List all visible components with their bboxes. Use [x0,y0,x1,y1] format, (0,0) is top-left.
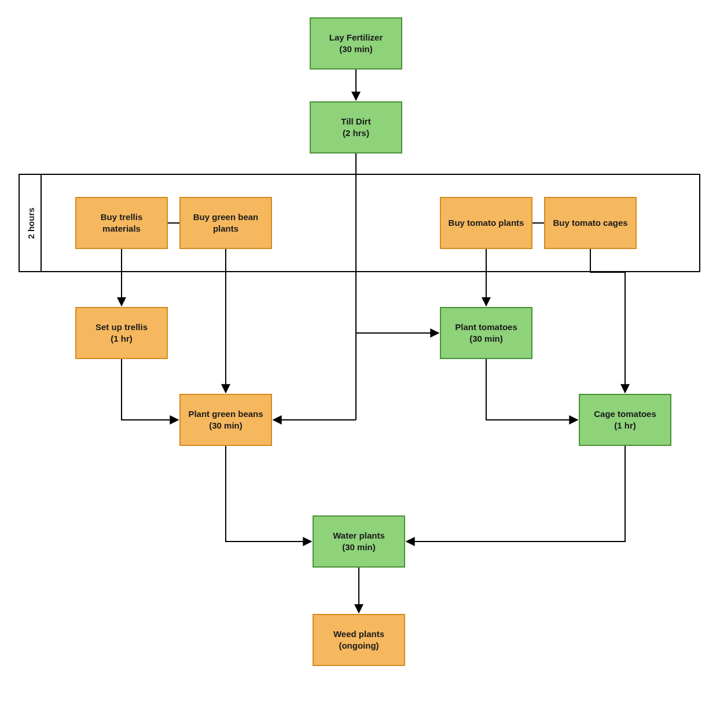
node-text: Lay Fertilizer (30 min) [329,32,383,56]
node-text: Till Dirt (2 hrs) [341,116,370,140]
node-lay-fertilizer: Lay Fertilizer (30 min) [310,17,402,69]
node-text: Weed plants (ongoing) [333,628,384,652]
node-cage-tomatoes: Cage tomatoes (1 hr) [579,394,671,446]
node-buy-tomato-plants: Buy tomato plants [440,197,532,249]
node-text: Plant tomatoes (30 min) [455,321,517,345]
node-buy-trellis: Buy trellis materials [75,197,168,249]
group-label-cell: 2 hours [19,174,42,272]
node-water-plants: Water plants (30 min) [313,515,405,568]
node-text: Water plants (30 min) [333,530,384,554]
group-label: 2 hours [26,207,36,239]
node-text: Buy tomato cages [553,217,627,229]
node-till-dirt: Till Dirt (2 hrs) [310,101,402,153]
node-text: Buy tomato plants [449,217,524,229]
node-buy-green-beans: Buy green bean plants [179,197,272,249]
node-text: Cage tomatoes (1 hr) [594,408,656,432]
node-text: Plant green beans (30 min) [188,408,263,432]
edge-plant-tomatoes-to-cage [486,359,578,420]
node-text: Buy trellis materials [82,211,161,235]
node-plant-tomatoes: Plant tomatoes (30 min) [440,307,532,359]
node-plant-green-beans: Plant green beans (30 min) [179,394,272,446]
node-text: Set up trellis (1 hr) [95,321,148,345]
node-weed-plants: Weed plants (ongoing) [313,614,405,666]
node-text: Buy green bean plants [186,211,265,235]
edge-plant-green-beans-to-water [226,446,311,542]
node-setup-trellis: Set up trellis (1 hr) [75,307,168,359]
flowchart-canvas: 2 hours Lay Fertilizer (30 min) Till Dir… [0,0,720,728]
node-buy-tomato-cages: Buy tomato cages [544,197,637,249]
edge-cage-to-water [406,446,625,542]
edge-setup-to-plant-green-beans [122,359,178,420]
